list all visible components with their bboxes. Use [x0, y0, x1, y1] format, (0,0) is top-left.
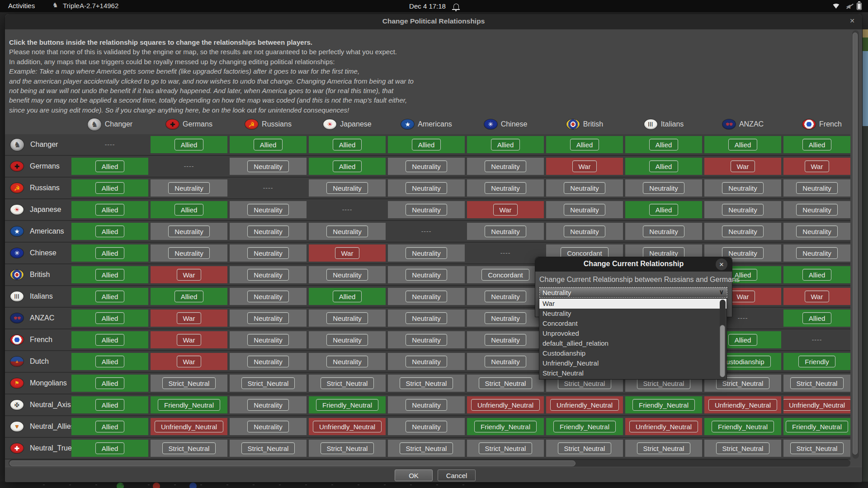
relationship-button-Germans-Russians[interactable]: Neutrality — [247, 160, 288, 172]
relationship-button-Neutral_Axis-Chinese[interactable]: Unfriendly_Neutral — [471, 399, 540, 411]
relationship-button-Changer-Japanese[interactable]: Allied — [333, 139, 362, 150]
relationship-button-Neutral_Allies-French[interactable]: Friendly_Neutral — [786, 421, 848, 432]
relationship-button-French-Germans[interactable]: War — [177, 334, 202, 346]
relationship-button-Dutch-Russians[interactable]: Neutrality — [247, 356, 288, 367]
relationship-button-Neutral_Axis-Russians[interactable]: Neutrality — [247, 399, 288, 411]
relationship-button-Dutch-Americans[interactable]: Neutrality — [406, 356, 447, 367]
relationship-button-Americans-ANZAC[interactable]: Neutrality — [722, 225, 763, 237]
relationship-button-ANZAC-French[interactable]: Allied — [802, 312, 832, 324]
relationship-button-Germans-Americans[interactable]: Neutrality — [406, 160, 447, 172]
relationship-button-British-Japanese[interactable]: Neutrality — [326, 269, 368, 281]
relationship-button-Italians-Americans[interactable]: Neutrality — [406, 291, 447, 302]
relationship-button-Dutch-Changer[interactable]: Allied — [95, 356, 125, 367]
relationship-button-Neutral_Axis-British[interactable]: Unfriendly_Neutral — [550, 399, 619, 411]
relationship-button-Changer-Chinese[interactable]: Allied — [491, 139, 520, 150]
relationship-button-French-Changer[interactable]: Allied — [95, 334, 125, 346]
relationship-button-British-Russians[interactable]: Neutrality — [247, 269, 288, 281]
relationship-button-Chinese-French[interactable]: Neutrality — [796, 247, 837, 259]
relationship-button-Americans-Changer[interactable]: Allied — [95, 225, 125, 237]
relationship-button-Mongolians-Changer[interactable]: Allied — [95, 377, 125, 389]
relationship-button-Italians-Germans[interactable]: Allied — [175, 291, 204, 302]
relationship-button-Germans-Japanese[interactable]: Allied — [333, 160, 362, 172]
relationship-button-Germans-French[interactable]: War — [805, 160, 830, 172]
relationship-button-Neutral_True-Russians[interactable]: Strict_Neutral — [241, 442, 295, 454]
relationship-button-Neutral_True-Italians[interactable]: Strict_Neutral — [637, 442, 691, 454]
relationship-button-ANZAC-Germans[interactable]: War — [177, 312, 202, 324]
relationship-button-Italians-ANZAC[interactable]: War — [731, 291, 755, 302]
relationship-button-Japanese-Chinese[interactable]: War — [493, 204, 518, 216]
relationship-button-Americans-Japanese[interactable]: Neutrality — [326, 225, 368, 237]
relationship-button-Mongolians-Chinese[interactable]: Strict_Neutral — [479, 377, 533, 389]
clock-area[interactable]: Dec 4 17:18 — [409, 0, 459, 12]
relationship-button-Neutral_Allies-Italians[interactable]: Unfriendly_Neutral — [629, 421, 698, 432]
relationship-button-ANZAC-Changer[interactable]: Allied — [95, 312, 125, 324]
relationship-button-Americans-Chinese[interactable]: Neutrality — [485, 225, 526, 237]
relationship-button-Americans-Russians[interactable]: Neutrality — [247, 225, 288, 237]
relationship-button-Japanese-ANZAC[interactable]: Neutrality — [722, 204, 763, 216]
relationship-button-Italians-Japanese[interactable]: Allied — [333, 291, 362, 302]
relationship-button-Chinese-Japanese[interactable]: War — [335, 247, 360, 259]
cancel-button[interactable]: Cancel — [438, 469, 476, 481]
relationship-button-British-French[interactable]: Allied — [802, 269, 832, 281]
relationship-button-Neutral_Allies-British[interactable]: Friendly_Neutral — [553, 421, 616, 432]
relationship-button-Italians-Russians[interactable]: Neutrality — [247, 291, 288, 302]
relationship-button-Neutral_Allies-Changer[interactable]: Allied — [95, 421, 125, 432]
dropdown-option-War[interactable]: War — [539, 299, 726, 309]
relationship-button-Germans-Changer[interactable]: Allied — [95, 160, 125, 172]
dropdown-option-Concordant[interactable]: Concordant — [539, 319, 726, 328]
relationship-button-Germans-British[interactable]: War — [572, 160, 597, 172]
relationship-button-Russians-British[interactable]: Neutrality — [564, 182, 605, 194]
relationship-button-Americans-Germans[interactable]: Neutrality — [168, 225, 209, 237]
relationship-button-Chinese-Changer[interactable]: Allied — [95, 247, 125, 259]
relationship-button-ANZAC-Americans[interactable]: Neutrality — [406, 312, 447, 324]
dropdown-option-Unfriendly_Neutral[interactable]: Unfriendly_Neutral — [539, 358, 726, 368]
relationship-button-Neutral_Allies-Russians[interactable]: Neutrality — [247, 421, 288, 432]
clock[interactable]: Dec 4 17:18 — [409, 2, 446, 10]
relationship-button-Neutral_Allies-Japanese[interactable]: Unfriendly_Neutral — [313, 421, 382, 432]
relationship-button-Neutral_True-Japanese[interactable]: Strict_Neutral — [321, 442, 374, 454]
dropdown-scrollbar-thumb[interactable] — [720, 325, 725, 377]
relationship-button-Russians-ANZAC[interactable]: Neutrality — [722, 182, 763, 194]
relationship-button-Changer-Italians[interactable]: Allied — [649, 139, 679, 150]
relationship-button-Neutral_True-Changer[interactable]: Allied — [95, 442, 125, 454]
relationship-button-French-Russians[interactable]: Neutrality — [247, 334, 288, 346]
relationship-button-Changer-French[interactable]: Allied — [802, 139, 832, 150]
relationship-button-Neutral_Allies-Americans[interactable]: Neutrality — [406, 421, 447, 432]
relationship-button-French-Americans[interactable]: Neutrality — [406, 334, 447, 346]
horizontal-scrollbar-thumb[interactable] — [9, 460, 576, 466]
relationship-button-Neutral_True-British[interactable]: Strict_Neutral — [558, 442, 612, 454]
relationship-button-Mongolians-French[interactable]: Strict_Neutral — [790, 377, 844, 389]
relationship-button-Italians-French[interactable]: War — [805, 291, 830, 302]
relationship-button-Neutral_Allies-ANZAC[interactable]: Friendly_Neutral — [712, 421, 774, 432]
relationship-button-British-Chinese[interactable]: Concordant — [481, 269, 529, 281]
relationship-button-Mongolians-Russians[interactable]: Strict_Neutral — [241, 377, 295, 389]
relationship-button-Neutral_Axis-Changer[interactable]: Allied — [95, 399, 125, 411]
vertical-scrollbar-thumb[interactable] — [853, 33, 858, 455]
relationship-button-ANZAC-Chinese[interactable]: Neutrality — [485, 312, 526, 324]
relationship-button-Neutral_Axis-Japanese[interactable]: Friendly_Neutral — [316, 399, 378, 411]
relationship-button-Changer-British[interactable]: Allied — [570, 139, 599, 150]
relationship-button-Chinese-Americans[interactable]: Neutrality — [406, 247, 447, 259]
relationship-button-Neutral_True-Chinese[interactable]: Strict_Neutral — [479, 442, 533, 454]
relationship-button-Neutral_Axis-French[interactable]: Unfriendly_Neutral — [783, 399, 850, 411]
relationship-button-Dutch-French[interactable]: Friendly — [798, 356, 835, 367]
relationship-button-Mongolians-Germans[interactable]: Strict_Neutral — [162, 377, 216, 389]
relationship-button-Japanese-Italians[interactable]: Allied — [649, 204, 679, 216]
relationship-button-Neutral_True-Germans[interactable]: Strict_Neutral — [162, 442, 216, 454]
dropdown-option-Neutrality[interactable]: Neutrality — [539, 309, 726, 319]
relationship-button-Neutral_True-Americans[interactable]: Strict_Neutral — [400, 442, 453, 454]
relationship-button-Chinese-Russians[interactable]: Neutrality — [247, 247, 288, 259]
relationship-button-Americans-Italians[interactable]: Neutrality — [643, 225, 684, 237]
relationship-button-Japanese-Changer[interactable]: Allied — [95, 204, 125, 216]
relationship-button-Changer-Russians[interactable]: Allied — [254, 139, 283, 150]
relationship-button-Germans-ANZAC[interactable]: War — [731, 160, 755, 172]
dialog-titlebar[interactable]: Change Political Relationships ✕ — [5, 14, 862, 29]
relationship-button-Japanese-Germans[interactable]: Allied — [175, 204, 204, 216]
ok-button[interactable]: OK — [395, 469, 433, 481]
relationship-button-French-ANZAC[interactable]: Allied — [728, 334, 758, 346]
relationship-button-British-Germans[interactable]: War — [177, 269, 202, 281]
relationship-button-Germans-Chinese[interactable]: Neutrality — [485, 160, 526, 172]
relationship-button-Germans-Italians[interactable]: Allied — [649, 160, 679, 172]
relationship-button-Japanese-Americans[interactable]: Neutrality — [406, 204, 447, 216]
relationship-button-Americans-British[interactable]: Neutrality — [564, 225, 605, 237]
